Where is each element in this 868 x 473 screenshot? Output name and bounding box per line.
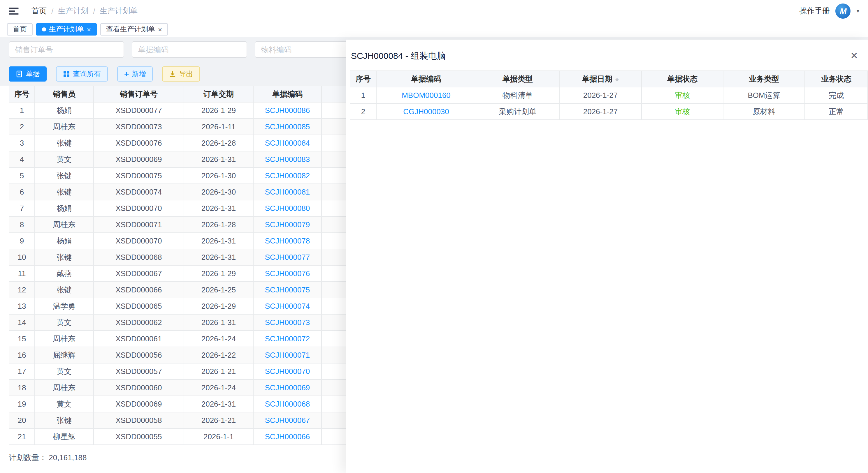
doc-code-link[interactable]: SCJH000070 <box>265 367 310 376</box>
related-doc-link[interactable]: CGJH000030 <box>403 107 449 116</box>
doc-code-link[interactable]: SCJH000076 <box>265 269 310 278</box>
cell-doc-date: 2026-1-27 <box>559 103 642 120</box>
cell-doc-code: SCJH000071 <box>253 347 321 363</box>
cell-index: 9 <box>9 233 35 249</box>
doc-code-link[interactable]: SCJH000084 <box>265 139 310 147</box>
column-header: 序号 <box>350 71 376 87</box>
cell-order-delivery-date: 2026-1-21 <box>184 412 253 429</box>
cell-sales-order-no: XSDD000062 <box>94 314 184 331</box>
cell-index: 7 <box>9 200 35 216</box>
tab-bar: 首页 生产计划单 × 查看生产计划单 × <box>0 22 868 37</box>
add-button-label: 新增 <box>132 69 146 79</box>
doc-code-link[interactable]: SCJH000078 <box>265 236 310 245</box>
table-row[interactable]: 1MBOM000160物料清单2026-1-27审核BOM运算完成 <box>350 87 868 103</box>
export-button[interactable]: 导出 <box>162 66 200 81</box>
cell-order-delivery-date: 2026-1-29 <box>184 102 253 119</box>
manual-link[interactable]: 操作手册 <box>800 6 830 16</box>
doc-code-link[interactable]: SCJH000069 <box>265 383 310 392</box>
cell-sales-order-no: XSDD000060 <box>94 379 184 396</box>
cell-salesperson: 黄文 <box>35 396 94 412</box>
doc-code-link[interactable]: SCJH000077 <box>265 253 310 262</box>
tab-view-production-plan-order[interactable]: 查看生产计划单 × <box>100 23 168 36</box>
breadcrumb-production-plan-order[interactable]: 生产计划单 <box>100 6 138 16</box>
tab-close-icon[interactable]: × <box>158 26 162 33</box>
cell-index: 3 <box>9 135 35 151</box>
related-doc-link[interactable]: MBOM000160 <box>402 91 451 100</box>
cell-index: 1 <box>9 102 35 119</box>
cell-salesperson: 周桂东 <box>35 331 94 347</box>
cell-sales-order-no: XSDD000065 <box>94 298 184 314</box>
column-header: 单据编码 <box>376 71 476 87</box>
cell-sales-order-no: XSDD000070 <box>94 233 184 249</box>
doc-code-link[interactable]: SCJH000067 <box>265 416 310 425</box>
cell-salesperson: 张键 <box>35 412 94 429</box>
cell-index: 2 <box>350 103 376 120</box>
doc-code-link[interactable]: SCJH000082 <box>265 171 310 180</box>
doc-button-label: 单据 <box>26 69 40 79</box>
chevron-down-icon[interactable]: ▾ <box>857 8 859 14</box>
doc-code-link[interactable]: SCJH000085 <box>265 122 310 131</box>
close-icon[interactable]: × <box>851 50 858 61</box>
cell-doc-code: SCJH000072 <box>253 331 321 347</box>
cell-salesperson: 黄文 <box>35 151 94 167</box>
cell-index: 16 <box>9 347 35 363</box>
cell-doc-code: SCJH000079 <box>253 216 321 233</box>
breadcrumb-home[interactable]: 首页 <box>31 6 46 16</box>
doc-code-link[interactable]: SCJH000068 <box>265 400 310 408</box>
doc-code-link[interactable]: SCJH000083 <box>265 155 310 164</box>
doc-code-link[interactable]: SCJH000075 <box>265 285 310 294</box>
column-header[interactable]: 单据日期◆ <box>559 71 642 87</box>
query-all-button[interactable]: 查询所有 <box>56 66 108 81</box>
cell-doc-code: SCJH000085 <box>253 119 321 135</box>
doc-code-input[interactable] <box>132 41 247 58</box>
doc-code-link[interactable]: SCJH000074 <box>265 302 310 310</box>
cell-index: 15 <box>9 331 35 347</box>
cell-index: 13 <box>9 298 35 314</box>
tab-close-icon[interactable]: × <box>87 26 91 33</box>
menu-toggle-icon[interactable] <box>9 7 19 14</box>
doc-code-link[interactable]: SCJH000086 <box>265 106 310 115</box>
doc-code-link[interactable]: SCJH000066 <box>265 432 310 441</box>
query-all-button-label: 查询所有 <box>73 69 101 79</box>
doc-code-link[interactable]: SCJH000080 <box>265 204 310 213</box>
cell-index: 21 <box>9 429 35 445</box>
cell-order-delivery-date: 2026-1-24 <box>184 331 253 347</box>
sales-order-no-input[interactable] <box>9 41 124 58</box>
cell-index: 5 <box>9 167 35 184</box>
cell-order-delivery-date: 2026-1-11 <box>184 119 253 135</box>
cell-doc-code: SCJH000074 <box>253 298 321 314</box>
topbar: 首页 / 生产计划 / 生产计划单 操作手册 M ▾ <box>0 0 868 22</box>
cell-order-delivery-date: 2026-1-25 <box>184 282 253 298</box>
doc-code-link[interactable]: SCJH000071 <box>265 351 310 360</box>
tab-production-plan-order[interactable]: 生产计划单 × <box>36 23 97 36</box>
cell-doc-code: SCJH000080 <box>253 200 321 216</box>
cell-salesperson: 黄文 <box>35 363 94 379</box>
cell-index: 17 <box>9 363 35 379</box>
cell-index: 20 <box>9 412 35 429</box>
table-row[interactable]: 2CGJH000030采购计划单2026-1-27审核原材料正常 <box>350 103 868 120</box>
doc-code-link[interactable]: SCJH000081 <box>265 188 310 196</box>
cell-index: 12 <box>9 282 35 298</box>
doc-code-link[interactable]: SCJH000073 <box>265 318 310 327</box>
cell-salesperson: 黄文 <box>35 314 94 331</box>
cell-sales-order-no: XSDD000069 <box>94 396 184 412</box>
cell-index: 1 <box>350 87 376 103</box>
breadcrumb-production-plan[interactable]: 生产计划 <box>58 6 88 16</box>
app-root: 首页 / 生产计划 / 生产计划单 操作手册 M ▾ 首页 生产计划单 × 查看… <box>0 0 868 473</box>
doc-code-link[interactable]: SCJH000072 <box>265 334 310 343</box>
cell-salesperson: 杨娟 <box>35 102 94 119</box>
cell-sales-order-no: XSDD000067 <box>94 265 184 282</box>
app-logo[interactable]: M <box>836 3 851 19</box>
cell-doc-code: SCJH000070 <box>253 363 321 379</box>
doc-code-link[interactable]: SCJH000079 <box>265 220 310 229</box>
cell-index: 11 <box>9 265 35 282</box>
cell-order-delivery-date: 2026-1-29 <box>184 298 253 314</box>
cell-order-delivery-date: 2026-1-24 <box>184 379 253 396</box>
doc-button[interactable]: 单据 <box>9 66 46 81</box>
sort-icon[interactable]: ◆ <box>615 77 619 82</box>
tab-home[interactable]: 首页 <box>7 23 33 36</box>
cell-order-delivery-date: 2026-1-31 <box>184 151 253 167</box>
add-button[interactable]: + 新增 <box>117 66 153 81</box>
cell-salesperson: 杨娟 <box>35 233 94 249</box>
cell-sales-order-no: XSDD000073 <box>94 119 184 135</box>
